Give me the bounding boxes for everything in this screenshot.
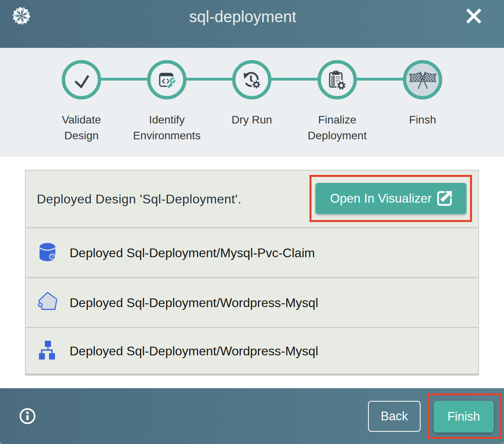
svg-text:?: ? bbox=[51, 254, 53, 259]
